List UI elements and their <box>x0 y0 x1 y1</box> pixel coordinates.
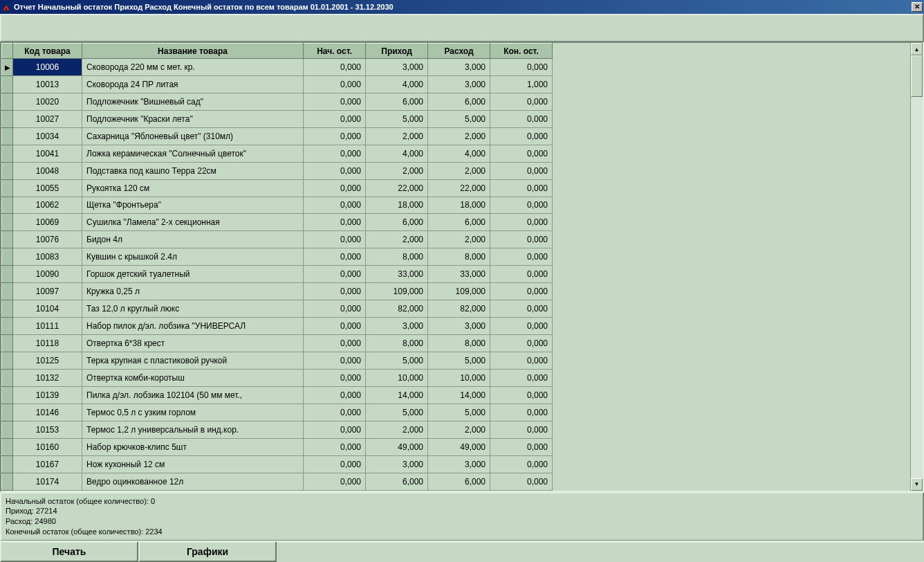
cell-code[interactable]: 10097 <box>13 283 82 300</box>
cell-out[interactable]: 6,000 <box>428 93 490 110</box>
cell-code[interactable]: 10090 <box>13 266 82 283</box>
table-row[interactable]: 10013Сковорода 24 ПР литая0,0004,0003,00… <box>2 75 553 93</box>
cell-code[interactable]: 10104 <box>13 300 82 318</box>
cell-out[interactable]: 3,000 <box>428 59 490 76</box>
cell-in[interactable]: 6,000 <box>366 214 428 231</box>
cell-start[interactable]: 0,000 <box>304 455 366 473</box>
cell-out[interactable]: 2,000 <box>428 162 490 179</box>
cell-start[interactable]: 0,000 <box>304 421 366 438</box>
cell-code[interactable]: 10076 <box>13 231 82 248</box>
cell-code[interactable]: 10167 <box>13 455 82 473</box>
cell-start[interactable]: 0,000 <box>304 438 366 455</box>
cell-in[interactable]: 2,000 <box>366 162 428 179</box>
cell-out[interactable]: 8,000 <box>428 248 490 266</box>
cell-in[interactable]: 3,000 <box>366 59 428 76</box>
col-header-name[interactable]: Название товара <box>82 44 304 59</box>
cell-end[interactable]: 0,000 <box>490 231 553 248</box>
cell-end[interactable]: 1,000 <box>490 75 553 93</box>
cell-in[interactable]: 5,000 <box>366 352 428 369</box>
cell-end[interactable]: 0,000 <box>490 266 553 283</box>
cell-out[interactable]: 82,000 <box>428 300 490 318</box>
cell-in[interactable]: 8,000 <box>366 335 428 352</box>
cell-start[interactable]: 0,000 <box>304 352 366 369</box>
cell-start[interactable]: 0,000 <box>304 110 366 127</box>
cell-code[interactable]: 10041 <box>13 145 82 162</box>
cell-code[interactable]: 10083 <box>13 248 82 266</box>
cell-in[interactable]: 8,000 <box>366 248 428 266</box>
cell-end[interactable]: 0,000 <box>490 318 553 335</box>
col-header-in[interactable]: Приход <box>366 44 428 59</box>
cell-out[interactable]: 8,000 <box>428 335 490 352</box>
scroll-track[interactable] <box>911 55 923 478</box>
data-grid[interactable]: Код товара Название товара Нач. ост. При… <box>1 43 553 491</box>
cell-name[interactable]: Ведро оцинкованное 12л <box>82 473 304 490</box>
cell-in[interactable]: 6,000 <box>366 93 428 110</box>
cell-name[interactable]: Отвертка 6*38 крест <box>82 335 304 352</box>
cell-end[interactable]: 0,000 <box>490 162 553 179</box>
cell-start[interactable]: 0,000 <box>304 369 366 386</box>
cell-out[interactable]: 6,000 <box>428 214 490 231</box>
cell-name[interactable]: Сковорода 24 ПР литая <box>82 75 304 93</box>
cell-end[interactable]: 0,000 <box>490 197 553 214</box>
cell-name[interactable]: Подложечник "Краски лета" <box>82 110 304 127</box>
cell-out[interactable]: 109,000 <box>428 283 490 300</box>
cell-in[interactable]: 10,000 <box>366 369 428 386</box>
table-row[interactable]: 10111Набор пилок д/эл. лобзика "УНИВЕРСА… <box>2 318 553 335</box>
cell-in[interactable]: 2,000 <box>366 421 428 438</box>
cell-end[interactable]: 0,000 <box>490 127 553 145</box>
cell-code[interactable]: 10118 <box>13 335 82 352</box>
cell-end[interactable]: 0,000 <box>490 455 553 473</box>
cell-end[interactable]: 0,000 <box>490 335 553 352</box>
table-row[interactable]: 10132Отвертка комби-коротыш0,00010,00010… <box>2 369 553 386</box>
table-row[interactable]: ▶10006Сковорода 220 мм с мет. кр.0,0003,… <box>2 59 553 76</box>
table-row[interactable]: 10027Подложечник "Краски лета"0,0005,000… <box>2 110 553 127</box>
cell-in[interactable]: 49,000 <box>366 438 428 455</box>
cell-code[interactable]: 10146 <box>13 404 82 421</box>
cell-code[interactable]: 10027 <box>13 110 82 127</box>
cell-start[interactable]: 0,000 <box>304 335 366 352</box>
table-row[interactable]: 10160Набор крючков-клипс 5шт0,00049,0004… <box>2 438 553 455</box>
cell-out[interactable]: 5,000 <box>428 352 490 369</box>
cell-in[interactable]: 2,000 <box>366 127 428 145</box>
cell-name[interactable]: Ложка керамическая "Солнечный цветок" <box>82 145 304 162</box>
cell-in[interactable]: 3,000 <box>366 318 428 335</box>
cell-in[interactable]: 3,000 <box>366 455 428 473</box>
cell-name[interactable]: Термос 0,5 л с узким горлом <box>82 404 304 421</box>
cell-start[interactable]: 0,000 <box>304 248 366 266</box>
cell-out[interactable]: 22,000 <box>428 179 490 197</box>
table-row[interactable]: 10139Пилка д/эл. лобзика 102104 (50 мм м… <box>2 386 553 404</box>
cell-code[interactable]: 10020 <box>13 93 82 110</box>
cell-end[interactable]: 0,000 <box>490 438 553 455</box>
cell-in[interactable]: 33,000 <box>366 266 428 283</box>
table-row[interactable]: 10104Таз 12,0 л круглый люкс0,00082,0008… <box>2 300 553 318</box>
cell-out[interactable]: 14,000 <box>428 386 490 404</box>
cell-end[interactable]: 0,000 <box>490 421 553 438</box>
cell-start[interactable]: 0,000 <box>304 214 366 231</box>
cell-start[interactable]: 0,000 <box>304 75 366 93</box>
cell-in[interactable]: 4,000 <box>366 145 428 162</box>
cell-code[interactable]: 10013 <box>13 75 82 93</box>
cell-name[interactable]: Термос 1,2 л универсальный в инд.кор. <box>82 421 304 438</box>
table-row[interactable]: 10041Ложка керамическая "Солнечный цвето… <box>2 145 553 162</box>
cell-name[interactable]: Горшок детский туалетный <box>82 266 304 283</box>
table-row[interactable]: 10020Подложечник "Вишневый сад"0,0006,00… <box>2 93 553 110</box>
cell-name[interactable]: Терка крупная с пластиковой ручкой <box>82 352 304 369</box>
cell-code[interactable]: 10048 <box>13 162 82 179</box>
table-row[interactable]: 10034Сахарница "Яблоневый цвет" (310мл)0… <box>2 127 553 145</box>
cell-out[interactable]: 49,000 <box>428 438 490 455</box>
cell-start[interactable]: 0,000 <box>304 197 366 214</box>
cell-end[interactable]: 0,000 <box>490 214 553 231</box>
cell-code[interactable]: 10153 <box>13 421 82 438</box>
cell-name[interactable]: Отвертка комби-коротыш <box>82 369 304 386</box>
cell-end[interactable]: 0,000 <box>490 404 553 421</box>
cell-name[interactable]: Сковорода 220 мм с мет. кр. <box>82 59 304 76</box>
scroll-thumb[interactable] <box>911 55 923 97</box>
cell-code[interactable]: 10139 <box>13 386 82 404</box>
cell-out[interactable]: 3,000 <box>428 318 490 335</box>
table-row[interactable]: 10048Подставка под кашпо Терра 22см0,000… <box>2 162 553 179</box>
cell-out[interactable]: 5,000 <box>428 404 490 421</box>
vertical-scrollbar[interactable]: ▲ ▼ <box>910 43 923 491</box>
cell-in[interactable]: 4,000 <box>366 75 428 93</box>
cell-name[interactable]: Набор крючков-клипс 5шт <box>82 438 304 455</box>
table-row[interactable]: 10055Рукоятка 120 см0,00022,00022,0000,0… <box>2 179 553 197</box>
